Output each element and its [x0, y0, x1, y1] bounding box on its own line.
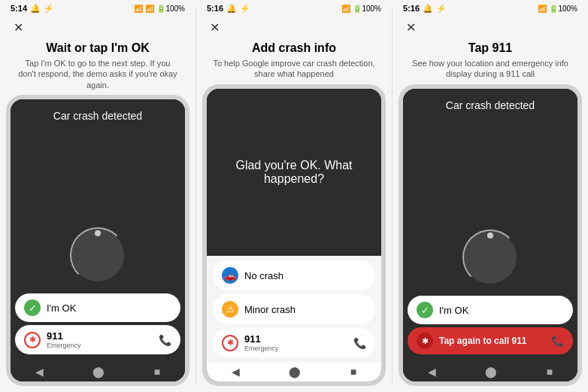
- panel-subtitle-2: To help Google improve car crash detecti…: [202, 56, 386, 84]
- minor-crash-button[interactable]: ⚠ Minor crash: [213, 294, 375, 324]
- nav-bar-1: ◀ ⬤ ■: [11, 362, 185, 381]
- status-time-3: 5:16 🔔 ⚡: [403, 4, 447, 14]
- asterisk-icon-3: ✱: [417, 333, 433, 349]
- phone-frame-2: Glad you're OK. What happened? 🚗 No cras…: [202, 84, 386, 386]
- crash-options-top-2: Glad you're OK. What happened?: [207, 89, 381, 256]
- 911-label-col-2: 911 Emergency: [244, 333, 347, 352]
- recents-nav-3[interactable]: ■: [547, 366, 553, 378]
- no-crash-button[interactable]: 🚗 No crash: [213, 260, 375, 290]
- home-nav-1[interactable]: ⬤: [92, 366, 105, 378]
- crash-options-screen-2: Glad you're OK. What happened? 🚗 No cras…: [207, 89, 381, 362]
- asterisk-icon-1: ✱: [24, 332, 41, 348]
- asterisk-icon-2: ✱: [222, 335, 238, 351]
- phone-buttons-3: ✓ I'm OK ✱ Tap again to call 911 📞: [403, 296, 577, 357]
- phone-screen-1: Car crash detected ✓ I'm OK ✱ 911 Emerge…: [11, 99, 185, 381]
- panel-1: 5:14 🔔 ⚡ 📶 📶 🔋100% ✕ Wait or tap I'm OK …: [0, 0, 195, 392]
- panel-title-1: Wait or tap I'm OK: [6, 38, 189, 56]
- crash-detected-text-3: Car crash detected: [438, 89, 542, 231]
- nav-bar-2: ◀ ⬤ ■: [207, 362, 381, 381]
- circle-dot-1: [95, 230, 101, 236]
- phone-frame-3: Car crash detected ✓ I'm OK ✱ Tap again …: [399, 84, 582, 386]
- crash-detected-text-1: Car crash detected: [46, 99, 150, 229]
- im-ok-button-1[interactable]: ✓ I'm OK: [15, 293, 180, 322]
- tap-again-call-911-button[interactable]: ✱ Tap again to call 911 📞: [408, 327, 573, 354]
- back-nav-1[interactable]: ◀: [35, 366, 44, 378]
- close-button-1[interactable]: ✕: [11, 20, 26, 35]
- nav-bar-3: ◀ ⬤ ■: [403, 362, 577, 381]
- panel-title-2: Add crash info: [202, 38, 386, 56]
- circle-animation-3: [464, 231, 517, 284]
- warning-icon: ⚠: [222, 301, 238, 318]
- phone-buttons-1: ✓ I'm OK ✱ 911 Emergency 📞: [11, 293, 185, 357]
- phone-icon-3: 📞: [551, 335, 564, 347]
- home-nav-2[interactable]: ⬤: [289, 366, 301, 378]
- check-icon-3: ✓: [417, 302, 433, 318]
- crash-options-list-2: 🚗 No crash ⚠ Minor crash ✱ 911 Emergency: [207, 256, 381, 362]
- panel-2: 5:16 🔔 ⚡ 📶 🔋100% ✕ Add crash info To hel…: [196, 0, 392, 392]
- car-icon: 🚗: [222, 267, 238, 284]
- panel-subtitle-1: Tap I'm OK to go to the next step. If yo…: [6, 56, 189, 95]
- status-bar-3: 5:16 🔔 ⚡ 📶 🔋100%: [399, 0, 582, 17]
- screen-dark-3: Car crash detected ✓ I'm OK ✱ Tap again …: [403, 89, 577, 362]
- call-911-button-1[interactable]: ✱ 911 Emergency 📞: [15, 325, 180, 354]
- recents-nav-2[interactable]: ■: [350, 366, 356, 378]
- phone-frame-1: Car crash detected ✓ I'm OK ✱ 911 Emerge…: [6, 95, 189, 386]
- back-nav-3[interactable]: ◀: [428, 366, 436, 378]
- call-911-button-2[interactable]: ✱ 911 Emergency 📞: [213, 328, 375, 357]
- status-time-2: 5:16 🔔 ⚡: [207, 4, 250, 14]
- home-nav-3[interactable]: ⬤: [485, 366, 497, 378]
- im-ok-button-3[interactable]: ✓ I'm OK: [408, 296, 573, 324]
- phone-icon-2: 📞: [353, 337, 366, 349]
- status-icons-3: 📶 🔋100%: [538, 5, 577, 13]
- circle-dot-3: [487, 232, 493, 239]
- circle-animation-1: [71, 229, 124, 281]
- phone-screen-2: Glad you're OK. What happened? 🚗 No cras…: [207, 89, 381, 381]
- check-icon-1: ✓: [24, 299, 41, 316]
- panel-3: 5:16 🔔 ⚡ 📶 🔋100% ✕ Tap 911 See how your …: [393, 0, 588, 392]
- panel-title-3: Tap 911: [399, 38, 582, 56]
- status-icons-2: 📶 🔋100%: [341, 5, 381, 13]
- phone-screen-3: Car crash detected ✓ I'm OK ✱ Tap again …: [403, 89, 577, 381]
- panel-subtitle-3: See how your location and emergency info…: [399, 56, 582, 84]
- recents-nav-1[interactable]: ■: [154, 366, 160, 378]
- status-icons-1: 📶 📶 🔋100%: [134, 5, 185, 13]
- status-time-1: 5:14 🔔 ⚡: [11, 4, 54, 14]
- close-button-3[interactable]: ✕: [403, 20, 418, 35]
- back-nav-2[interactable]: ◀: [232, 366, 240, 378]
- status-bar-2: 5:16 🔔 ⚡ 📶 🔋100%: [202, 0, 386, 17]
- crash-question-2: Glad you're OK. What happened?: [207, 159, 381, 186]
- phone-icon-1: 📞: [159, 334, 171, 346]
- status-bar-1: 5:14 🔔 ⚡ 📶 📶 🔋100%: [6, 0, 189, 17]
- screen-dark-1: Car crash detected ✓ I'm OK ✱ 911 Emerge…: [11, 99, 185, 362]
- 911-label-col-1: 911 Emergency: [47, 330, 153, 349]
- close-button-2[interactable]: ✕: [207, 20, 222, 35]
